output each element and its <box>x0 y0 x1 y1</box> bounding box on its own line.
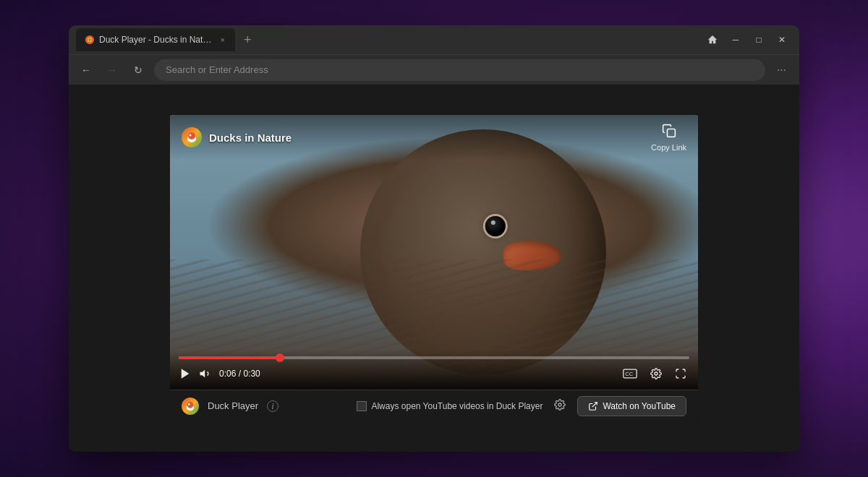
external-link-icon <box>588 401 598 411</box>
svg-point-4 <box>188 132 195 139</box>
back-button[interactable]: ← <box>76 60 96 80</box>
active-tab[interactable]: Duck Player - Ducks in Nature... × <box>76 28 235 51</box>
always-open-checkbox[interactable] <box>357 401 367 411</box>
minimize-button[interactable]: ─ <box>726 30 746 50</box>
cc-button[interactable]: CC <box>620 366 640 382</box>
home-button[interactable] <box>702 30 723 50</box>
svg-point-15 <box>558 403 561 406</box>
tab-area: Duck Player - Ducks in Nature... × + <box>76 28 697 51</box>
time-total: 0:30 <box>243 369 260 379</box>
svg-point-14 <box>188 403 190 405</box>
tab-title: Duck Player - Ducks in Nature... <box>99 35 215 45</box>
svg-point-5 <box>190 134 192 137</box>
player-bottom-bar: Duck Player i Always open YouTube videos… <box>170 390 698 422</box>
svg-line-16 <box>592 402 597 406</box>
video-controls: 0:06 / 0:30 CC <box>170 351 698 390</box>
content-area: Ducks in Nature Copy Link <box>69 85 799 452</box>
copy-link-label: Copy Link <box>651 143 686 152</box>
browser-window: Duck Player - Ducks in Nature... × + ─ □… <box>69 25 799 452</box>
svg-point-2 <box>88 38 91 41</box>
watch-on-youtube-button[interactable]: Watch on YouTube <box>577 396 686 416</box>
svg-marker-7 <box>182 369 190 379</box>
nav-bar: ← → ↻ Search or Enter Address ··· <box>69 54 799 85</box>
window-controls: ─ □ ✕ <box>702 30 792 50</box>
svg-point-13 <box>187 401 194 408</box>
svg-text:CC: CC <box>625 371 633 377</box>
forward-button: → <box>102 60 122 80</box>
duck-eye <box>485 216 506 236</box>
progress-fill <box>179 356 281 359</box>
maximize-button[interactable]: □ <box>749 30 769 50</box>
duck-player: Ducks in Nature Copy Link <box>170 115 698 422</box>
watch-on-youtube-label: Watch on YouTube <box>603 401 676 411</box>
address-placeholder: Search or Enter Address <box>166 64 268 75</box>
play-button[interactable] <box>179 367 192 380</box>
volume-button[interactable] <box>199 367 212 380</box>
progress-bar[interactable] <box>179 356 689 359</box>
video-title-area: Ducks in Nature <box>182 127 292 147</box>
fullscreen-button[interactable] <box>672 365 689 382</box>
address-bar[interactable]: Search or Enter Address <box>154 59 765 81</box>
checkbox-text: Always open YouTube videos in Duck Playe… <box>371 401 542 411</box>
svg-point-11 <box>655 372 658 375</box>
tab-favicon <box>85 35 95 45</box>
copy-icon <box>662 124 676 142</box>
title-bar: Duck Player - Ducks in Nature... × + ─ □… <box>69 25 799 54</box>
reload-button[interactable]: ↻ <box>128 60 148 80</box>
player-settings-button[interactable] <box>551 396 569 416</box>
duck-player-label: Duck Player <box>208 400 258 411</box>
copy-link-button[interactable]: Copy Link <box>651 124 686 152</box>
browser-menu-button[interactable]: ··· <box>771 61 792 80</box>
always-open-checkbox-label[interactable]: Always open YouTube videos in Duck Playe… <box>357 401 542 411</box>
time-current: 0:06 <box>219 369 236 379</box>
video-area[interactable]: Ducks in Nature Copy Link <box>170 115 698 390</box>
svg-marker-8 <box>200 369 205 377</box>
close-button[interactable]: ✕ <box>772 30 792 50</box>
controls-row: 0:06 / 0:30 CC <box>179 365 689 382</box>
video-title: Ducks in Nature <box>209 132 292 144</box>
ddg-logo-bottom <box>182 398 199 415</box>
new-tab-button[interactable]: + <box>238 30 258 51</box>
tab-close-button[interactable]: × <box>219 34 226 46</box>
settings-video-button[interactable] <box>647 365 665 382</box>
ddg-logo-video <box>182 127 202 147</box>
svg-rect-6 <box>667 129 675 137</box>
video-header: Ducks in Nature Copy Link <box>170 115 698 160</box>
info-button[interactable]: i <box>267 400 278 412</box>
time-display: 0:06 / 0:30 <box>219 369 260 379</box>
